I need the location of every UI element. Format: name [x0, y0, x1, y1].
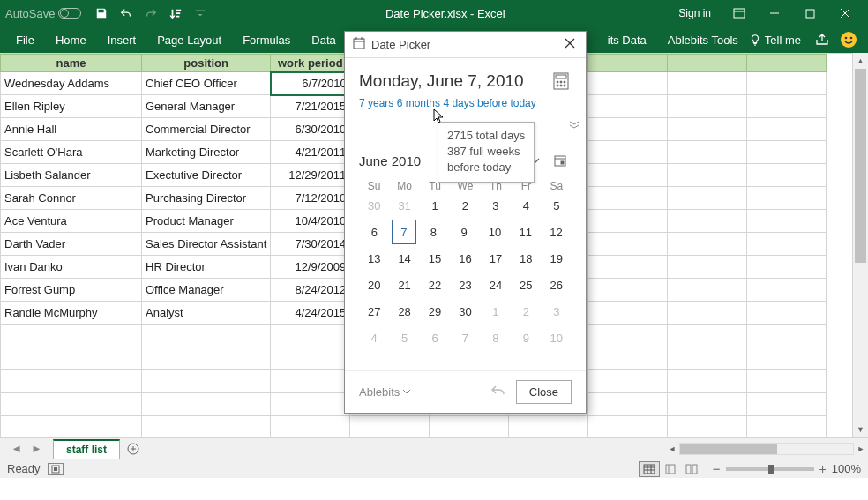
calendar-day[interactable]: 10 [542, 325, 572, 351]
cell[interactable]: Scarlett O'Hara [1, 141, 142, 164]
date-calculator-button[interactable] [550, 71, 572, 92]
cell[interactable]: Chief CEO Officer [142, 72, 271, 95]
horizontal-scrollbar[interactable]: ◄ ► [665, 442, 868, 456]
calendar-day[interactable]: 3 [542, 298, 572, 325]
scroll-down-arrow-icon[interactable]: ▼ [853, 422, 868, 437]
redo-button[interactable] [139, 2, 162, 25]
calendar-day[interactable]: 12 [541, 219, 572, 245]
calendar-day[interactable]: 27 [359, 298, 389, 325]
cell[interactable] [668, 416, 747, 438]
calendar-day[interactable]: 30 [450, 298, 480, 325]
cell[interactable]: 4/24/2015 [271, 302, 350, 325]
cell[interactable] [668, 370, 747, 393]
cell[interactable]: Forrest Gump [1, 279, 142, 302]
add-sheet-button[interactable] [120, 443, 146, 455]
calendar-day[interactable]: 6 [359, 219, 390, 245]
cell[interactable] [588, 416, 668, 438]
cell[interactable] [668, 233, 747, 256]
calendar-day[interactable]: 1 [481, 298, 511, 325]
cell[interactable]: Purchasing Director [142, 187, 271, 210]
feedback-button[interactable] [834, 26, 863, 54]
autosave-toggle[interactable]: AutoSave [5, 7, 81, 20]
scroll-track[interactable] [853, 69, 868, 422]
calendar-day[interactable]: 2 [450, 192, 480, 219]
cell[interactable] [271, 347, 350, 370]
cell[interactable] [747, 416, 827, 438]
cell[interactable] [668, 187, 747, 210]
zoom-out-button[interactable]: − [713, 461, 721, 476]
scroll-up-arrow-icon[interactable]: ▲ [853, 53, 868, 69]
cell[interactable] [747, 256, 827, 279]
popup-undo-button[interactable] [491, 384, 505, 399]
cell[interactable] [350, 416, 430, 438]
minimize-button[interactable] [757, 2, 792, 25]
cell[interactable] [142, 325, 271, 347]
cell[interactable] [747, 141, 827, 164]
cell[interactable]: 7/30/2014 [271, 233, 350, 256]
cell[interactable] [1, 347, 142, 370]
cell[interactable] [271, 416, 350, 438]
calendar-day[interactable]: 22 [420, 272, 450, 298]
cell[interactable]: Annie Hall [1, 118, 142, 141]
calendar-day[interactable]: 11 [510, 219, 541, 245]
date-difference-link[interactable]: 7 years 6 months 4 days before today [359, 97, 572, 109]
cell[interactable] [509, 416, 588, 438]
cell[interactable] [430, 416, 509, 438]
cell[interactable] [747, 72, 827, 95]
cell[interactable]: Sales Director Assistant [142, 233, 271, 256]
calendar-day[interactable]: 17 [481, 245, 511, 272]
calendar-day[interactable]: 3 [481, 192, 511, 219]
cell[interactable]: Marketing Director [142, 141, 271, 164]
sheet-prev-icon[interactable]: ◄ [11, 442, 22, 455]
cell[interactable] [588, 187, 668, 210]
cell[interactable] [747, 164, 827, 187]
calendar-day[interactable]: 30 [359, 192, 389, 219]
cell[interactable]: Exectutive Director [142, 164, 271, 187]
calendar-day[interactable]: 18 [511, 245, 541, 272]
hscroll-thumb[interactable] [680, 444, 777, 454]
cell[interactable] [747, 325, 827, 347]
cell[interactable] [1, 393, 142, 416]
cell[interactable] [668, 279, 747, 302]
cell[interactable]: Ivan Danko [1, 256, 142, 279]
today-button[interactable] [549, 150, 572, 171]
cell[interactable] [1, 416, 142, 438]
calendar-day[interactable]: 15 [420, 245, 450, 272]
ribbon-tab-insert[interactable]: Insert [97, 26, 147, 53]
calendar-day[interactable]: 16 [450, 245, 480, 272]
cell[interactable] [271, 370, 350, 393]
cell[interactable]: Lisbeth Salander [1, 164, 142, 187]
cell[interactable]: Office Manager [142, 279, 271, 302]
calendar-day[interactable]: 31 [389, 192, 419, 219]
cell[interactable] [747, 370, 827, 393]
column-header-empty[interactable] [588, 55, 668, 72]
cell[interactable] [747, 118, 827, 141]
calendar-day[interactable]: 7 [392, 220, 416, 244]
ribbon-tab-its-data[interactable]: its Data [597, 26, 657, 53]
popup-close-button[interactable] [561, 38, 579, 51]
cell[interactable]: 6/7/2010 [271, 72, 350, 95]
cell[interactable] [588, 347, 668, 370]
ribbon-tab-page-layout[interactable]: Page Layout [146, 26, 232, 53]
cell[interactable] [588, 141, 668, 164]
cell[interactable]: Sarah Connor [1, 187, 142, 210]
cell[interactable] [271, 393, 350, 416]
calendar-day[interactable]: 24 [481, 272, 511, 298]
cell[interactable]: 12/9/2009 [271, 256, 350, 279]
ribbon-tab-file[interactable]: File [5, 26, 45, 53]
cell[interactable] [668, 325, 747, 347]
cell[interactable] [142, 416, 271, 438]
sheet-next-icon[interactable]: ► [31, 442, 42, 455]
cell[interactable] [588, 164, 668, 187]
cell[interactable] [142, 347, 271, 370]
cell[interactable]: Commercial Director [142, 118, 271, 141]
cell[interactable]: 8/24/2012 [271, 279, 350, 302]
cell[interactable] [747, 393, 827, 416]
calendar-day[interactable]: 2 [511, 298, 541, 325]
calendar-day[interactable]: 5 [389, 325, 419, 351]
zoom-slider[interactable] [726, 467, 814, 471]
cell[interactable] [668, 95, 747, 118]
cell[interactable] [747, 187, 827, 210]
normal-view-button[interactable] [639, 461, 660, 477]
cell[interactable] [747, 302, 827, 325]
